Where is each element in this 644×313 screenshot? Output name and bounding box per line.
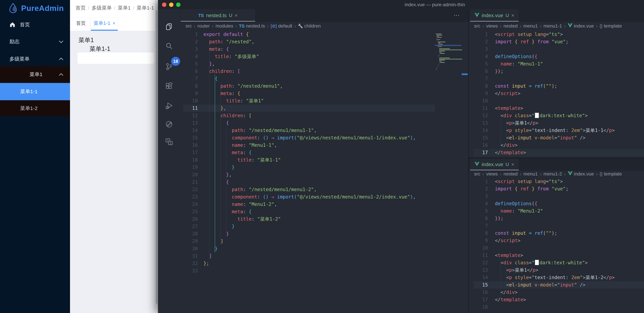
breadcrumb-item[interactable]: menu1 (523, 171, 538, 177)
breadcrumb-item[interactable]: index.vue (574, 171, 594, 177)
code-line: <p>菜单1</p> (495, 120, 538, 127)
line-number: 18 (471, 156, 488, 158)
line-number: 20 (181, 171, 198, 178)
git-status-letter: U (506, 162, 509, 167)
editor-breadcrumb[interactable]: src›router›modules›TSnested.ts›[⊘]defaul… (186, 22, 467, 30)
breadcrumb-item[interactable]: src (186, 23, 192, 29)
code-editor[interactable]: 1<script setup lang="ts">2import { ref }… (158, 178, 644, 313)
el-input-field[interactable] (77, 52, 154, 64)
breadcrumb: 首页/多级菜单/菜单1/菜单1-1 (70, 0, 158, 16)
chevron-right-icon: › (212, 23, 214, 29)
home-icon (10, 22, 16, 28)
breadcrumb-item[interactable]: nested (504, 171, 518, 177)
chevron-right-icon: › (564, 171, 566, 177)
maximize-window-button[interactable] (176, 2, 180, 7)
line-number: 2 (471, 38, 488, 46)
close-window-button[interactable] (162, 2, 166, 7)
chevron-right-icon: › (520, 171, 521, 177)
sidebar-item-lizhi[interactable]: 励志 (0, 35, 70, 48)
line-number: 8 (471, 230, 488, 237)
breadcrumb-item[interactable]: src (474, 23, 480, 29)
breadcrumb-item[interactable]: src (474, 171, 480, 177)
sidebar-item-menu1-1-active[interactable]: 菜单1-1 (0, 83, 70, 100)
sidebar-item-nested-menu[interactable]: 多级菜单 (0, 52, 70, 66)
editor-tab-nested.ts[interactable]: TSnested.tsU× (181, 10, 255, 22)
chevron-right-icon: › (540, 171, 542, 177)
code-line: <p>菜单1</p> (495, 266, 538, 274)
chevron-right-icon: › (520, 23, 521, 29)
close-icon[interactable]: × (511, 162, 514, 167)
code-line: </template> (495, 149, 526, 156)
breadcrumb-item[interactable]: 菜单1 (118, 4, 131, 12)
sidebar-submenu: 菜单1 菜单1-1 菜单1-2 (0, 66, 70, 116)
editor-breadcrumb[interactable]: src›views›nested›menu1›menu1-1›index.vue… (474, 22, 643, 30)
code-line: <el-input v-model="input" /> (495, 134, 586, 142)
breadcrumb-item[interactable]: nested.ts (246, 23, 265, 29)
code-line: } (204, 164, 234, 171)
line-number: 3 (471, 192, 488, 200)
tab-filename: index.vue (482, 12, 503, 18)
editor-tab-index.vue[interactable]: index.vueU× (470, 10, 519, 22)
close-icon[interactable]: × (511, 12, 514, 18)
scrollbar-thumb[interactable] (156, 10, 158, 304)
files-icon[interactable] (165, 23, 173, 31)
line-number: 12 (471, 112, 488, 120)
line-number: 16 (471, 289, 488, 296)
sidebar-item-menu1[interactable]: 菜单1 (0, 66, 70, 83)
code-line: }); (495, 215, 504, 222)
sidebar-item-label: 多级菜单 (10, 56, 30, 62)
chevron-up-icon (59, 58, 63, 62)
line-number: 17 (471, 149, 488, 156)
breadcrumb-item[interactable]: 首页 (76, 4, 86, 12)
code-line: </div> (495, 289, 518, 296)
line-number: 13 (471, 266, 488, 274)
chevron-right-icon: › (500, 23, 502, 29)
line-number: 8 (471, 82, 488, 90)
breadcrumb-item[interactable]: views (486, 171, 498, 177)
chevron-right-icon: › (564, 23, 566, 29)
sidebar: PureAdmin 首页 励志 多级菜单 菜单1 (0, 0, 70, 313)
editor-tab-index.vue[interactable]: index.vueU× (470, 158, 519, 170)
tab-menu1-1[interactable]: 菜单1-1 × (91, 17, 118, 30)
screen: PureAdmin 首页 励志 多级菜单 菜单1 (0, 0, 644, 313)
sidebar-item-home[interactable]: 首页 (0, 18, 70, 31)
page-tabs-bar: 首页 菜单1-1 × (70, 16, 158, 31)
browser-scrollbar[interactable] (155, 0, 158, 313)
editor-actions-more[interactable]: ⋯ (454, 12, 460, 19)
breadcrumb-item[interactable]: index.vue (574, 23, 594, 29)
breadcrumb-item[interactable]: views (486, 23, 498, 29)
chevron-right-icon: › (194, 23, 196, 29)
color-swatch (535, 113, 539, 118)
braces-icon: {} (600, 24, 602, 29)
breadcrumb-item[interactable]: menu1-2 (544, 171, 562, 177)
minimize-window-button[interactable] (169, 2, 174, 7)
breadcrumb-item[interactable]: template (604, 23, 622, 29)
breadcrumb-item[interactable]: children (304, 23, 321, 29)
logo[interactable]: PureAdmin (0, 0, 70, 16)
line-number: 1 (471, 178, 488, 185)
close-icon[interactable]: × (113, 21, 115, 26)
tab-filename: index.vue (482, 162, 503, 167)
breadcrumb-item[interactable]: default (278, 23, 292, 29)
editor-breadcrumb[interactable]: src›views›nested›menu1›menu1-2›index.vue… (474, 170, 643, 178)
line-number: 15 (471, 281, 488, 289)
sidebar-item-label: 菜单1-1 (20, 88, 38, 95)
sidebar-item-menu1-2[interactable]: 菜单1-2 (0, 100, 70, 116)
breadcrumb-item[interactable]: menu1 (523, 23, 538, 29)
git-status-letter: U (506, 13, 509, 18)
close-icon[interactable]: × (235, 12, 238, 18)
breadcrumb-item[interactable]: nested (504, 23, 518, 29)
breadcrumb-item[interactable]: 多级菜单 (92, 4, 112, 12)
code-editor[interactable]: 1<script setup lang="ts">2import { ref }… (158, 30, 644, 158)
pure-admin-drop-icon (8, 3, 19, 13)
line-number: 2 (471, 185, 488, 192)
breadcrumb-item[interactable]: modules (216, 23, 233, 29)
breadcrumb-item[interactable]: 菜单1-1 (137, 4, 154, 12)
breadcrumb-item[interactable]: router (198, 23, 210, 29)
breadcrumb-item[interactable]: template (604, 171, 622, 177)
breadcrumb-item[interactable]: menu1-1 (544, 23, 562, 29)
tab-home[interactable]: 首页 (72, 17, 90, 30)
code-line: const input = ref(""); (495, 82, 557, 90)
code-line: <p style="text-indent: 2em">菜单1-1</p> (495, 127, 615, 134)
line-number: 13 (471, 120, 488, 127)
